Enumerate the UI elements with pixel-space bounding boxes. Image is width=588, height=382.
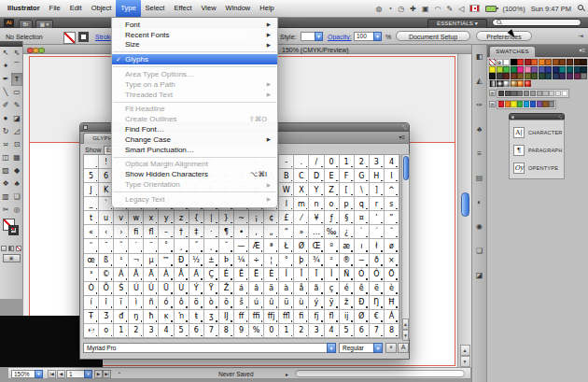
swatch-color[interactable] [559, 73, 566, 79]
glyph-cell-r9c15[interactable]: ã [309, 282, 324, 296]
width-tool[interactable]: ≍ [0, 138, 11, 151]
color-panel-icon[interactable]: ◧ [472, 45, 486, 69]
battery-icon[interactable] [485, 6, 497, 12]
swatch-color[interactable] [553, 66, 559, 73]
first-artboard-button[interactable]: |◀ [48, 370, 56, 378]
glyph-cell-r10c7[interactable]: ö [189, 296, 204, 310]
glyph-cell-r9c20[interactable]: è [385, 282, 399, 296]
glyph-cell-r9c14[interactable]: å [294, 282, 309, 296]
glyph-cell-r8c5[interactable]: À [159, 268, 174, 282]
shape-builder-tool[interactable]: ◫ [0, 151, 11, 164]
swatch-color[interactable] [581, 66, 587, 73]
menu-item-area-type-options[interactable]: Area Type Options… [112, 69, 277, 79]
glyph-cell-r10c1[interactable]: î [99, 296, 114, 310]
swatch-bright[interactable] [498, 101, 504, 106]
glyph-cell-r4c4[interactable]: x [144, 211, 159, 225]
vertical-scrollbar-thumb[interactable] [461, 192, 469, 217]
glyph-cell-r5c9[interactable]: ¶ [219, 225, 234, 239]
glyph-cell-r4c7[interactable]: { [189, 211, 204, 225]
swatch-color[interactable] [503, 73, 510, 79]
column-graph-tool[interactable]: ▥ [0, 191, 11, 204]
menubar-clock[interactable]: Sun 9:47 PM [531, 5, 571, 13]
font-name-field[interactable]: Myriad Pro [83, 343, 328, 353]
glyph-cell-r11c20[interactable]: Á [385, 310, 399, 324]
menu-item-font[interactable]: Font▶ [112, 20, 277, 30]
glyph-cell-r11c17[interactable]: ĳ [340, 310, 355, 324]
swatch-color[interactable] [503, 66, 510, 73]
glyph-cell-r10c9[interactable]: õ [219, 296, 234, 310]
line-segment-tool[interactable]: ╲ [0, 86, 11, 99]
glyph-cell-r9c2[interactable]: Š [114, 282, 129, 296]
glyph-cell-r10c19[interactable]: Ŋ [370, 296, 385, 310]
glyph-cell-r0c18[interactable]: 2 [355, 155, 370, 169]
glyph-cell-r10c17[interactable]: ž [340, 296, 355, 310]
glyph-cell-r4c5[interactable]: y [159, 211, 174, 225]
glyph-cell-r12c12[interactable]: 0 [264, 324, 279, 338]
volume-icon[interactable]: ◁ [458, 5, 464, 13]
glyph-cell-r7c1[interactable]: ß [99, 254, 114, 268]
glyph-cell-r12c2[interactable]: 1 [114, 324, 129, 338]
glyph-cell-r5c14[interactable]: » [294, 225, 309, 239]
glyph-cell-r5c13[interactable]: “ [279, 225, 294, 239]
direct-selection-tool[interactable]: ⇖ [11, 47, 22, 60]
swatch-color[interactable] [517, 59, 524, 65]
glyph-cell-r7c4[interactable]: µ [144, 254, 159, 268]
gradient-tool[interactable]: ▧ [0, 164, 11, 177]
swatch-gradient[interactable] [517, 80, 524, 87]
glyph-cell-r11c11[interactable]: ﬃ [249, 310, 264, 324]
glyph-cell-r11c19[interactable]: € [370, 310, 385, 324]
swatch-color[interactable] [545, 66, 552, 73]
glyph-cell-r4c18[interactable]: ¤ [355, 211, 370, 225]
glyph-cell-r6c13[interactable]: Ł [279, 239, 294, 253]
glyph-cell-r9c8[interactable]: Ÿ [204, 282, 219, 296]
glyph-cell-r10c2[interactable]: ï [114, 296, 129, 310]
glyph-cell-r8c17[interactable]: Ñ [340, 268, 355, 282]
glyphs-panel-close-button[interactable] [83, 125, 88, 130]
glyph-cell-r5c20[interactable]: ˆ [385, 225, 399, 239]
glyph-cell-r2c18[interactable]: \ [355, 183, 370, 197]
swatch-color[interactable] [567, 66, 573, 73]
rotate-tool[interactable]: ↻ [0, 125, 11, 138]
menu-item-optical-margin-alignment[interactable]: Optical Margin Alignment [112, 160, 277, 170]
swatch-bright[interactable] [530, 101, 536, 106]
glyph-cell-r2c13[interactable]: W [279, 183, 294, 197]
search-input[interactable] [492, 19, 581, 26]
glyph-cell-r5c0[interactable]: « [84, 225, 99, 239]
selection-tool[interactable]: ↖ [0, 47, 11, 60]
glyph-zoom-out-button[interactable]: a [385, 343, 397, 353]
glyph-cell-r12c4[interactable]: 3 [144, 324, 159, 338]
preferences-button[interactable]: Preferences [476, 31, 532, 41]
glyph-cell-r0c14[interactable]: . [294, 155, 309, 169]
free-transform-tool[interactable]: ⊡ [11, 138, 22, 151]
fill-color-swatch[interactable] [63, 32, 76, 44]
glyph-cell-r7c18[interactable]: − [355, 254, 370, 268]
glyph-cell-r8c18[interactable]: Ó [355, 268, 370, 282]
glyph-cell-r1c18[interactable]: G [355, 169, 370, 183]
clock-menu-icon[interactable]: ◷ [398, 5, 404, 13]
swatch-gray[interactable] [562, 91, 567, 96]
none-mode-button[interactable] [16, 246, 22, 251]
glyph-cell-r8c7[interactable]: Ã [189, 268, 204, 282]
wifi-icon[interactable]: ◠ [435, 5, 441, 13]
rectangle-tool[interactable]: ▭ [11, 86, 22, 99]
glyph-cell-r6c5[interactable]: ˚ [159, 239, 174, 253]
swatch-bright[interactable] [505, 101, 511, 106]
glyph-cell-r12c14[interactable]: 2 [294, 324, 309, 338]
menu-item-threaded-text[interactable]: Threaded Text▶ [112, 90, 277, 100]
glyph-cell-r2c20[interactable]: ^ [385, 183, 399, 197]
swatch-color[interactable] [574, 59, 581, 65]
swatch-gray[interactable] [549, 91, 554, 96]
glyph-cell-r7c9[interactable]: Þ [219, 254, 234, 268]
glyph-cell-r5c17[interactable]: ¿ [340, 225, 355, 239]
menu-item-legacy-text[interactable]: Legacy Text▶ [112, 194, 277, 205]
menubar-item-help[interactable]: Help [255, 0, 278, 17]
glyph-cell-r4c12[interactable]: ¢ [264, 211, 279, 225]
glyph-cell-r9c11[interactable]: â [249, 282, 264, 296]
swatch-color[interactable] [553, 73, 559, 79]
opacity-link[interactable]: Opacity: [328, 34, 352, 40]
opentype-panel-button[interactable]: OyOPENTYPE [510, 159, 564, 177]
swatch-color[interactable] [517, 66, 524, 73]
swatch-color[interactable] [531, 59, 538, 65]
swatch-group-icon-2[interactable]: ▦ [489, 101, 496, 107]
swatch-bright[interactable] [511, 101, 516, 106]
